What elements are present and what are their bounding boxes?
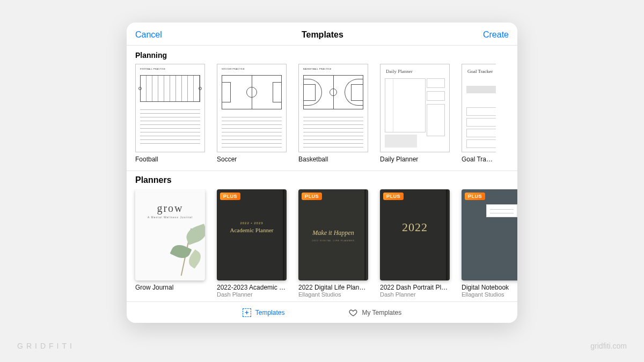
plus-badge: PLUS	[302, 193, 322, 200]
cover-title: Academic Planner	[217, 227, 287, 233]
tab-label: My Templates	[362, 309, 401, 316]
cover-subtitle: A Mental Wellness Journal	[135, 216, 205, 219]
planner-title: Digital Notebook	[462, 284, 517, 291]
planner-subtitle: Dash Planner	[380, 291, 450, 298]
template-label: Goal Tracker	[462, 156, 496, 163]
heart-icon	[349, 308, 357, 317]
planner-grow-journal[interactable]: grow A Mental Wellness Journal Grow Jour…	[135, 189, 205, 298]
template-football[interactable]: FOOTBALL PRACTICE Football	[135, 64, 205, 163]
modal-title: Templates	[302, 30, 343, 40]
template-thumb: Daily Planner	[380, 64, 450, 152]
planners-strip[interactable]: grow A Mental Wellness Journal Grow Jour…	[127, 189, 517, 301]
tab-templates[interactable]: + Templates	[243, 308, 285, 317]
modal-header: Cancel Templates Create	[127, 23, 517, 45]
template-thumb: FOOTBALL PRACTICE	[135, 64, 205, 152]
cover-title: Make it Happen	[298, 229, 368, 237]
template-label: Basketball	[298, 156, 368, 163]
template-label: Soccer	[217, 156, 287, 163]
planner-cover: PLUS 2022 • 2023 Academic Planner	[217, 189, 287, 280]
tab-my-templates[interactable]: My Templates	[349, 308, 401, 317]
tab-label: Templates	[255, 309, 285, 316]
watermark-url: gridfiti.com	[590, 342, 627, 350]
planner-title: 2022-2023 Academic Pla...	[217, 284, 287, 291]
plus-badge: PLUS	[220, 193, 240, 200]
template-thumb: BASKETBALL PRACTICE	[298, 64, 368, 152]
cancel-button[interactable]: Cancel	[135, 30, 162, 40]
cover-title: grow	[135, 202, 205, 215]
section-header-planning: Planning	[127, 48, 517, 64]
create-button[interactable]: Create	[483, 30, 509, 40]
planner-title: 2022 Digital Life Planner	[298, 284, 368, 291]
cover-subtitle: 2022 DIGITAL LIFE PLANNER	[298, 239, 368, 242]
planner-title: Grow Journal	[135, 284, 205, 291]
planner-title: 2022 Dash Portrait Planner	[380, 284, 450, 291]
bottom-nav: + Templates My Templates	[127, 301, 517, 323]
planner-cover: PLUS 2022	[380, 189, 450, 280]
template-daily-planner[interactable]: Daily Planner Daily Planner	[380, 64, 450, 163]
add-template-icon: +	[243, 308, 251, 317]
section-divider	[127, 171, 517, 171]
planner-cover: grow A Mental Wellness Journal	[135, 189, 205, 280]
planner-subtitle: Ellagant Studios	[298, 291, 368, 298]
watermark-brand: GRIDFITI	[17, 342, 75, 350]
notebook-label-icon	[486, 204, 517, 217]
template-basketball[interactable]: BASKETBALL PRACTICE Basketball	[298, 64, 368, 163]
planning-strip[interactable]: FOOTBALL PRACTICE Football SOCCER	[127, 64, 517, 168]
cover-title: 2022	[380, 220, 450, 234]
cover-small: 2022 • 2023	[217, 221, 287, 225]
template-thumb: SOCCER PRACTICE	[217, 64, 287, 152]
plus-badge: PLUS	[465, 193, 485, 200]
template-thumb: Goal Tracker	[462, 64, 496, 152]
planner-digital-notebook[interactable]: PLUS Digital Notebook Ellagant Studios	[462, 189, 517, 298]
planner-cover: PLUS Make it Happen 2022 DIGITAL LIFE PL…	[298, 189, 368, 280]
planner-subtitle: Dash Planner	[217, 291, 287, 298]
template-goal-tracker[interactable]: Goal Tracker Goal Tracker	[462, 64, 496, 163]
section-header-planners: Planners	[127, 174, 517, 189]
planner-subtitle: Ellagant Studios	[462, 291, 517, 298]
planner-dash-portrait[interactable]: PLUS 2022 2022 Dash Portrait Planner Das…	[380, 189, 450, 298]
planner-cover: PLUS	[462, 189, 517, 280]
template-label: Football	[135, 156, 205, 163]
planner-digital-life[interactable]: PLUS Make it Happen 2022 DIGITAL LIFE PL…	[298, 189, 368, 298]
planner-academic[interactable]: PLUS 2022 • 2023 Academic Planner 2022-2…	[217, 189, 287, 298]
modal-content[interactable]: Planning FOOTBALL PRACTICE Football	[127, 46, 517, 301]
templates-modal: Cancel Templates Create Planning FOOTBAL…	[127, 23, 517, 323]
template-soccer[interactable]: SOCCER PRACTICE Soccer	[217, 64, 287, 163]
template-label: Daily Planner	[380, 156, 450, 163]
plus-badge: PLUS	[383, 193, 404, 200]
